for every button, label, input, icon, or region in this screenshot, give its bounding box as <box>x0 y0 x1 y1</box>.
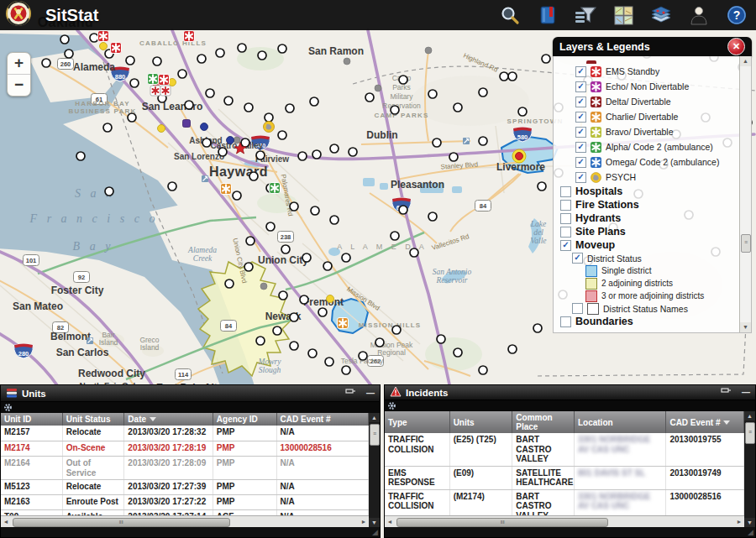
checkbox[interactable] <box>572 303 583 314</box>
ems-standby-marker[interactable] <box>111 43 122 54</box>
unit-marker[interactable] <box>256 337 265 345</box>
blue-unit-marker[interactable] <box>227 137 234 144</box>
unit-marker[interactable] <box>454 348 462 357</box>
scrollbar-thumb[interactable]: ≡ <box>741 234 751 253</box>
checkbox[interactable]: ✓ <box>572 253 583 264</box>
unit-marker[interactable] <box>479 366 487 374</box>
units-panel-titlebar[interactable]: Units — <box>1 385 380 402</box>
unit-marker[interactable] <box>128 113 136 122</box>
scroll-right-icon[interactable]: ► <box>734 517 744 526</box>
layer-item-1[interactable]: ✓Echo/ Non Divertable <box>559 79 739 94</box>
alpha-code2-marker[interactable] <box>270 183 281 194</box>
checkbox[interactable] <box>560 186 571 197</box>
unit-marker[interactable] <box>375 338 384 347</box>
checkbox[interactable] <box>560 213 571 224</box>
scrollbar-thumb[interactable]: ‖‖ <box>13 518 230 527</box>
unit-marker[interactable] <box>65 50 73 58</box>
incidents-panel-titlebar[interactable]: Incidents — <box>385 385 755 400</box>
layer-section-site-plans[interactable]: Site Plans <box>559 225 739 238</box>
scrollbar-track[interactable]: ‖‖ <box>11 518 359 525</box>
unit-marker[interactable] <box>312 150 321 159</box>
column-header-location[interactable]: Location <box>575 411 666 433</box>
unit-marker[interactable] <box>342 366 350 374</box>
unit-marker[interactable] <box>265 113 273 122</box>
unit-marker[interactable] <box>323 262 332 270</box>
layer-district-status[interactable]: ✓District Status <box>559 252 739 264</box>
resize-grip[interactable]: ◢ <box>372 529 378 536</box>
unit-marker[interactable] <box>281 245 290 253</box>
unit-marker[interactable] <box>153 57 161 65</box>
layer-item-0[interactable]: ✓EMS Standby <box>559 64 739 79</box>
yellow-unit-marker[interactable] <box>100 43 108 50</box>
charlie-divertable-marker[interactable] <box>338 318 349 329</box>
unit-marker[interactable] <box>42 59 50 67</box>
station-marker[interactable] <box>260 283 267 290</box>
column-header-type[interactable]: Type <box>385 411 450 433</box>
units-vertical-scrollbar[interactable]: ▲ ≡ ▼ <box>369 413 380 527</box>
unit-marker[interactable] <box>185 101 193 109</box>
checkbox[interactable] <box>560 227 571 238</box>
layer-district-status-names[interactable]: District Status Names <box>559 302 739 315</box>
minimize-icon[interactable]: — <box>742 389 750 397</box>
unit-marker[interactable] <box>391 106 399 114</box>
layer-section-fire-stations[interactable]: Fire Stations <box>559 198 739 212</box>
unit-marker[interactable] <box>197 55 206 63</box>
checkbox[interactable]: ✓ <box>575 112 586 123</box>
unit-marker[interactable] <box>454 103 462 112</box>
unit-marker[interactable] <box>410 248 418 257</box>
checkbox[interactable]: ✓ <box>575 172 586 183</box>
unit-marker[interactable] <box>508 72 517 81</box>
unit-marker[interactable] <box>479 88 487 97</box>
column-header-date[interactable]: Date <box>124 413 213 426</box>
yellow-unit-marker[interactable] <box>158 125 165 133</box>
zoom-out-button[interactable]: − <box>8 75 30 96</box>
station-marker[interactable] <box>234 137 240 144</box>
unit-marker[interactable] <box>399 76 407 84</box>
unit-marker[interactable] <box>286 104 294 112</box>
hospital-marker[interactable] <box>160 86 171 96</box>
checkbox[interactable]: ✓ <box>575 81 586 92</box>
layer-item-5[interactable]: ✓Alpha/ Code 2 (ambulance) <box>559 139 739 154</box>
unit-marker[interactable] <box>216 49 224 57</box>
scroll-up-icon[interactable]: ▲ <box>740 56 751 66</box>
unit-marker[interactable] <box>178 70 186 78</box>
unit-marker[interactable] <box>533 324 542 332</box>
alpha-code2-marker[interactable] <box>148 74 159 85</box>
unit-marker[interactable] <box>266 222 275 231</box>
checkbox[interactable]: ✓ <box>560 240 571 251</box>
scrollbar-track[interactable]: ‖‖ <box>395 518 734 525</box>
unit-marker[interactable] <box>126 56 134 65</box>
unit-marker[interactable] <box>349 148 357 156</box>
layer-section-boundaries[interactable]: Boundaries <box>559 315 739 328</box>
unit-marker[interactable] <box>391 232 399 240</box>
unit-marker[interactable] <box>433 138 441 147</box>
ems-standby-marker[interactable] <box>159 75 170 86</box>
scroll-up-icon[interactable]: ▲ <box>369 413 380 422</box>
checkbox[interactable]: ✓ <box>575 97 586 107</box>
unit-marker[interactable] <box>90 34 98 42</box>
unit-marker[interactable] <box>302 253 311 262</box>
pin-icon[interactable] <box>721 388 731 398</box>
unit-marker[interactable] <box>256 151 265 159</box>
unit-marker[interactable] <box>318 308 327 316</box>
unit-marker[interactable] <box>449 153 458 161</box>
unit-marker[interactable] <box>168 182 176 191</box>
unit-marker[interactable] <box>244 263 253 271</box>
scrollbar-thumb[interactable]: ‖‖ <box>396 518 608 527</box>
unit-marker[interactable] <box>238 44 246 52</box>
unit-marker[interactable] <box>279 291 287 300</box>
layer-item-3[interactable]: ✓Charlie/ Divertable <box>559 109 739 124</box>
unit-marker[interactable] <box>224 97 233 105</box>
horizontal-scrollbar[interactable]: ◄‖‖► <box>385 515 744 527</box>
column-header-agency-id[interactable]: Agency ID <box>213 413 277 426</box>
unit-marker[interactable] <box>241 138 249 147</box>
resize-grip[interactable]: ◢ <box>748 529 753 536</box>
pin-icon[interactable] <box>345 389 355 399</box>
yellow-unit-marker[interactable] <box>327 295 334 303</box>
layer-section-moveup[interactable]: ✓Moveup <box>559 238 739 252</box>
unit-marker[interactable] <box>290 202 298 211</box>
blue-unit-marker[interactable] <box>201 123 208 131</box>
scrollbar-thumb[interactable]: ≡ <box>370 424 380 446</box>
hospital-marker[interactable] <box>150 86 160 96</box>
unit-marker[interactable] <box>479 137 487 145</box>
